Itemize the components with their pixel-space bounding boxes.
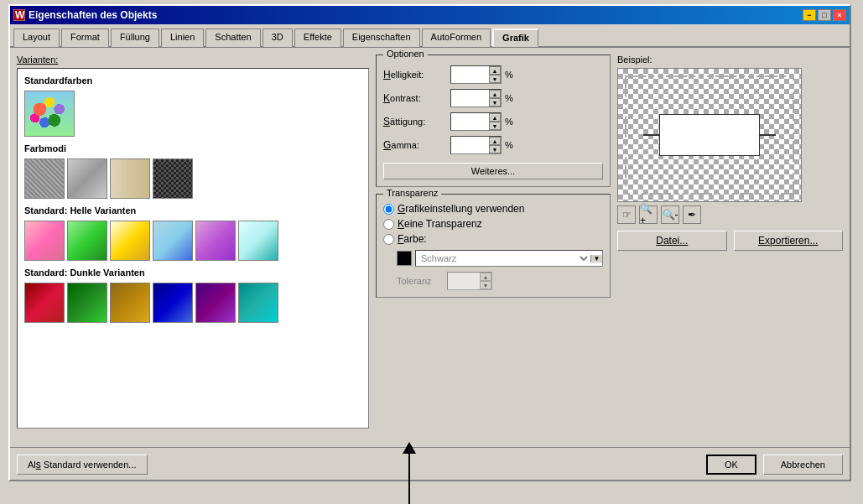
tab-format[interactable]: Format: [61, 29, 109, 47]
svg-text:W: W: [15, 9, 25, 21]
minimize-button[interactable]: −: [803, 9, 816, 21]
weiteres-button[interactable]: Weiteres...: [383, 163, 603, 179]
transparenz-radio-2[interactable]: [383, 219, 394, 230]
toleranz-increment: ▲: [480, 273, 491, 281]
gamma-spinbox[interactable]: 0 ▲ ▼: [450, 136, 502, 154]
kontrast-row: Kontrast: 100 ▲ ▼ %: [383, 89, 603, 107]
ok-button[interactable]: OK: [706, 455, 756, 475]
standardfarben-title: Standardfarben: [24, 75, 361, 86]
kontrast-increment[interactable]: ▲: [489, 90, 501, 98]
helle-swatches: [24, 221, 361, 261]
dunkle-title: Standard: Dunkle Varianten: [24, 268, 361, 278]
bottom-right-buttons: OK Abbrechen: [706, 455, 843, 475]
farbmodi-swatch-2[interactable]: [67, 158, 107, 199]
dunkle-swatch-green[interactable]: [67, 283, 107, 323]
toleranz-spinbox-buttons: ▲ ▼: [480, 273, 491, 289]
toleranz-label: Toleranz: [397, 276, 447, 286]
middle-panel: Optionen Helligkeit: 0 ▲ ▼ % Kontrast:: [376, 55, 611, 440]
tab-grafik[interactable]: Grafik: [492, 29, 538, 47]
kontrast-spinbox[interactable]: 100 ▲ ▼: [450, 89, 502, 107]
saettigung-input[interactable]: 100: [451, 116, 489, 127]
titlebar: W Eigenschaften des Objekts − □ ×: [10, 6, 850, 24]
dunkle-swatch-purple[interactable]: [195, 283, 236, 323]
helligkeit-label: Helligkeit:: [383, 69, 450, 81]
gamma-pct: %: [505, 140, 513, 150]
als-standard-button[interactable]: Als Standard verwenden...: [17, 455, 148, 475]
titlebar-title: Eigenschaften des Objekts: [29, 9, 157, 21]
gamma-row: Gamma: 0 ▲ ▼ %: [383, 136, 603, 154]
exportieren-button[interactable]: Exportieren...: [734, 231, 844, 251]
farbmodi-swatch-3[interactable]: [110, 158, 150, 199]
saettigung-decrement[interactable]: ▼: [489, 122, 501, 130]
helle-swatch-cyan[interactable]: [238, 221, 278, 261]
helle-swatch-blue[interactable]: [153, 221, 193, 261]
helligkeit-input[interactable]: 0: [451, 69, 489, 81]
saettigung-pct: %: [505, 117, 513, 127]
maximize-button[interactable]: □: [818, 9, 831, 21]
kontrast-input[interactable]: 100: [451, 92, 489, 104]
arrow-line: [408, 454, 410, 504]
dunkle-swatch-cyan[interactable]: [238, 283, 278, 323]
dunkle-swatch-yellow[interactable]: [110, 283, 150, 323]
farbmodi-swatch-4[interactable]: [153, 158, 193, 199]
varianten-label: Varianten:: [17, 55, 369, 65]
eyedropper-icon: ✒: [688, 209, 696, 221]
titlebar-buttons: − □ ×: [803, 9, 846, 21]
farbe-dropdown-arrow[interactable]: ▼: [590, 255, 602, 262]
tab-eigenschaften[interactable]: Eigenschaften: [343, 29, 420, 47]
arrow-annotation: [403, 442, 416, 504]
varianten-box: Standardfarben Farbmodi Standard: Helle …: [17, 68, 369, 429]
transparenz-radio-2-label: Keine Transparenz: [398, 218, 482, 230]
tab-fuellung[interactable]: Füllung: [111, 29, 159, 47]
dunkle-swatches: [24, 283, 361, 323]
zoom-in-button[interactable]: 🔍+: [639, 205, 658, 224]
transparenz-radio-1[interactable]: [383, 204, 394, 215]
optionen-group: Optionen Helligkeit: 0 ▲ ▼ % Kontrast:: [376, 55, 611, 187]
dunkle-swatch-red[interactable]: [24, 283, 65, 323]
arrow-head: [403, 442, 416, 454]
helle-swatch-purple[interactable]: [195, 221, 236, 261]
kontrast-decrement[interactable]: ▼: [489, 98, 501, 107]
tab-schatten[interactable]: Schatten: [205, 29, 260, 47]
tab-effekte[interactable]: Effekte: [294, 29, 341, 47]
helle-swatch-yellow[interactable]: [110, 221, 150, 261]
datei-button[interactable]: Datei...: [617, 231, 727, 251]
tab-autoformen[interactable]: AutoFormen: [422, 29, 491, 47]
helle-swatch-green[interactable]: [67, 221, 107, 261]
eyedropper-button[interactable]: ✒: [683, 205, 701, 224]
farbmodi-title: Farbmodi: [24, 143, 361, 153]
datei-label-text: atei...: [663, 235, 688, 247]
helligkeit-increment[interactable]: ▲: [489, 66, 501, 75]
flower-swatch[interactable]: [24, 91, 75, 137]
saettigung-increment[interactable]: ▲: [489, 113, 501, 122]
exportieren-label-text: xportieren...: [765, 235, 818, 247]
gamma-spinbox-buttons: ▲ ▼: [489, 137, 501, 153]
transparenz-radio-3[interactable]: [383, 234, 394, 245]
tab-3d[interactable]: 3D: [263, 29, 293, 47]
preview-toolbar: ☞ 🔍+ 🔍- ✒: [617, 205, 843, 224]
helle-swatch-pink[interactable]: [24, 221, 65, 261]
gamma-input[interactable]: 0: [451, 139, 489, 151]
gamma-increment[interactable]: ▲: [489, 137, 501, 145]
close-button[interactable]: ×: [833, 9, 846, 21]
helligkeit-spinbox[interactable]: 0 ▲ ▼: [450, 65, 502, 84]
tab-linien[interactable]: Linien: [161, 29, 204, 47]
saettigung-spinbox[interactable]: 100 ▲ ▼: [450, 112, 502, 131]
zoom-out-button[interactable]: 🔍-: [661, 205, 679, 224]
helle-title: Standard: Helle Varianten: [24, 205, 361, 216]
dunkle-swatch-blue[interactable]: [153, 283, 193, 323]
transparenz-group: Transparenz Grafikeinstellung verwenden …: [376, 194, 611, 298]
transparenz-title: Transparenz: [383, 188, 441, 198]
tab-layout[interactable]: Layout: [13, 29, 60, 47]
abbrechen-button[interactable]: Abbrechen: [763, 455, 843, 475]
hand-tool-button[interactable]: ☞: [617, 205, 636, 224]
gamma-decrement[interactable]: ▼: [489, 145, 501, 153]
preview-box: [617, 68, 802, 202]
toleranz-spinbox: 10 ▲ ▼: [447, 272, 492, 290]
farbe-select-row: Schwarz ▼: [397, 250, 603, 267]
helligkeit-decrement[interactable]: ▼: [489, 75, 501, 83]
farbe-dropdown[interactable]: Schwarz: [416, 251, 590, 266]
farbmodi-swatch-1[interactable]: [24, 158, 65, 199]
gamma-label: Gamma:: [383, 139, 450, 151]
transparenz-radio-3-row: Farbe:: [383, 233, 603, 245]
